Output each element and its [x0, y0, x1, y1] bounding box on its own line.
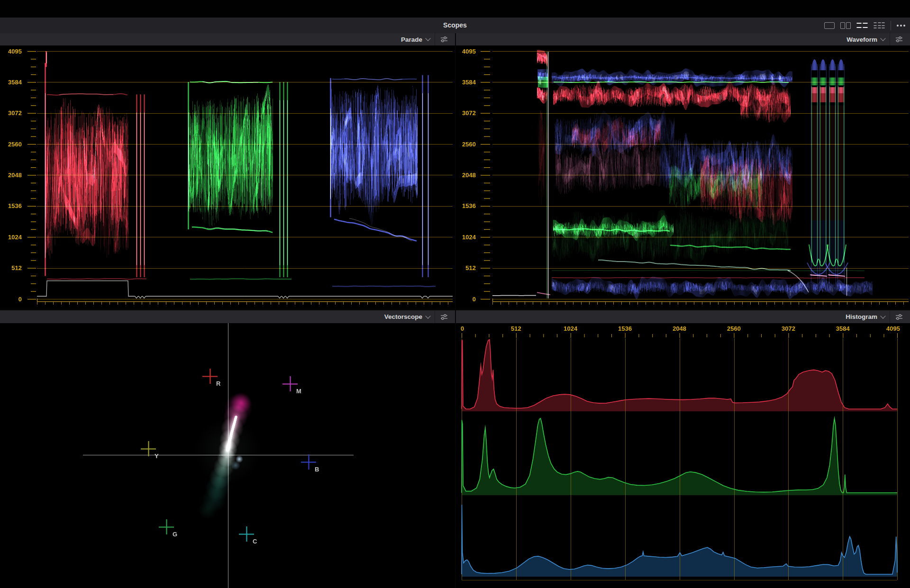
single-pane-layout-icon[interactable] [824, 22, 835, 29]
vectorscope-settings-icon[interactable] [440, 313, 448, 321]
histogram-dropdown[interactable]: Histogram [846, 313, 877, 320]
bottom-scope-headers: Vectorscope Histogram [0, 310, 910, 323]
top-strip [0, 0, 910, 18]
chevron-down-icon[interactable] [425, 313, 430, 318]
scopes-window: Scopes Parade Waveform [0, 0, 910, 588]
nine-pane-layout-icon[interactable] [874, 22, 885, 29]
top-scope-headers: Parade Waveform [0, 33, 910, 45]
waveform-header: Waveform [456, 33, 910, 45]
chevron-down-icon[interactable] [880, 36, 885, 41]
header-separator [890, 33, 890, 45]
vectorscope-scope [0, 323, 455, 588]
header-separator [435, 33, 435, 45]
window-title: Scopes [0, 18, 910, 33]
histogram-header: Histogram [456, 310, 910, 323]
header-separator [435, 310, 435, 323]
waveform-scope [456, 45, 910, 309]
parade-settings-icon[interactable] [440, 36, 448, 43]
vectorscope-header: Vectorscope [0, 310, 455, 323]
parade-scope [0, 45, 455, 309]
titlebar-separator [891, 21, 891, 30]
titlebar-icons [824, 18, 905, 33]
more-options-icon[interactable] [897, 25, 905, 27]
waveform-dropdown[interactable]: Waveform [846, 36, 877, 43]
waveform-settings-icon[interactable] [895, 36, 903, 43]
header-separator [890, 310, 890, 323]
vectorscope-dropdown[interactable]: Vectorscope [384, 313, 422, 320]
two-pane-layout-icon[interactable] [840, 22, 851, 29]
titlebar: Scopes [0, 18, 910, 34]
chevron-down-icon[interactable] [880, 313, 885, 318]
four-pane-layout-icon[interactable] [856, 22, 868, 29]
parade-header: Parade [0, 33, 455, 45]
chevron-down-icon[interactable] [425, 36, 430, 41]
histogram-settings-icon[interactable] [895, 313, 903, 321]
histogram-scope [456, 323, 910, 588]
parade-dropdown[interactable]: Parade [401, 36, 422, 43]
